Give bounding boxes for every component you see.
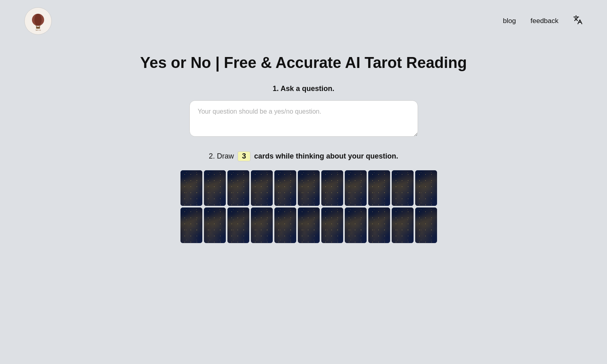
feedback-link[interactable]: feedback — [531, 17, 558, 25]
main-nav: blog feedback — [503, 15, 583, 27]
blog-link[interactable]: blog — [503, 17, 516, 25]
tarot-card[interactable] — [180, 207, 202, 243]
page-title: Yes or No | Free & Accurate AI Tarot Rea… — [140, 54, 467, 72]
tarot-card[interactable] — [227, 207, 249, 243]
svg-rect-4 — [36, 27, 40, 29]
card-count-badge: 3 — [238, 151, 250, 161]
tarot-card[interactable] — [298, 207, 320, 243]
tarot-card[interactable] — [251, 207, 273, 243]
tarot-card[interactable] — [392, 170, 414, 206]
svg-text:TAROT AI: TAROT AI — [35, 30, 41, 31]
tarot-card[interactable] — [415, 207, 437, 243]
tarot-card[interactable] — [180, 170, 202, 206]
logo[interactable]: TAROT AI — [24, 7, 52, 35]
tarot-card[interactable] — [368, 207, 390, 243]
tarot-card[interactable] — [392, 207, 414, 243]
tarot-card[interactable] — [345, 207, 367, 243]
tarot-card[interactable] — [368, 170, 390, 206]
card-row-1 — [180, 170, 427, 206]
tarot-card[interactable] — [321, 170, 343, 206]
tarot-card[interactable] — [415, 170, 437, 206]
tarot-card[interactable] — [321, 207, 343, 243]
card-row-2 — [180, 207, 427, 243]
translate-icon[interactable] — [573, 15, 583, 27]
tarot-card[interactable] — [227, 170, 249, 206]
question-input[interactable] — [189, 100, 418, 137]
step1-label: 1. Ask a question. — [273, 85, 334, 93]
card-grid — [180, 170, 427, 243]
svg-point-1 — [34, 14, 42, 26]
tarot-card[interactable] — [274, 207, 296, 243]
logo-icon: TAROT AI — [28, 11, 48, 31]
tarot-card[interactable] — [298, 170, 320, 206]
tarot-card[interactable] — [204, 170, 226, 206]
step2-label: 2. Draw 3 cards while thinking about you… — [209, 151, 398, 161]
tarot-card[interactable] — [251, 170, 273, 206]
tarot-card[interactable] — [274, 170, 296, 206]
tarot-card[interactable] — [204, 207, 226, 243]
tarot-card[interactable] — [345, 170, 367, 206]
